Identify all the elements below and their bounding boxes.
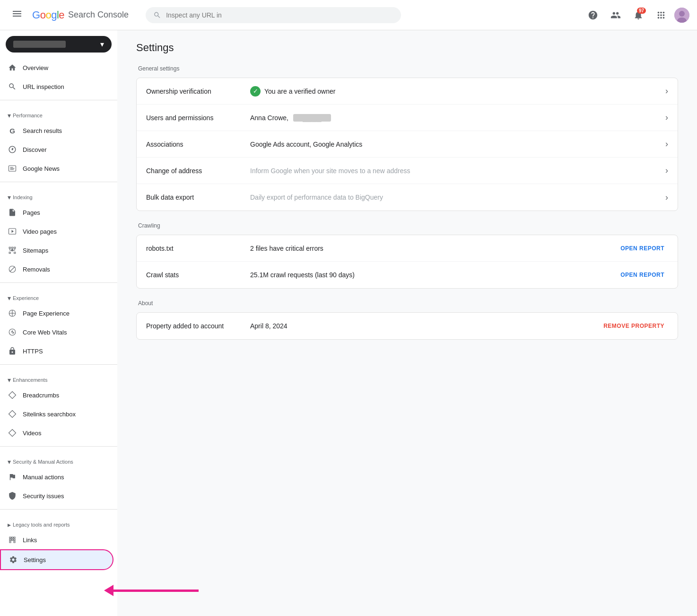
search-input[interactable]	[166, 11, 393, 19]
sidebar-item-search-results[interactable]: G Search results	[0, 121, 113, 140]
verified-checkmark-icon: ✓	[250, 86, 261, 97]
chevron-experience: ▾	[8, 294, 11, 302]
pages-icon	[8, 208, 17, 217]
sidebar-item-security-issues[interactable]: Security issues	[0, 486, 113, 505]
section-indexing[interactable]: ▾ Indexing	[0, 186, 117, 203]
sidebar-item-core-web-vitals[interactable]: Core Web Vitals	[0, 323, 113, 342]
sidebar-item-videos-enhancements[interactable]: Videos	[0, 423, 113, 442]
crawl-stats-text: 25.1M crawl requests (last 90 days)	[250, 271, 355, 279]
notifications-button[interactable]: 97	[629, 6, 648, 25]
sidebar-item-settings-label: Settings	[24, 556, 46, 563]
svg-marker-20	[9, 411, 16, 418]
crawling-settings-card: robots.txt 2 files have critical errors …	[136, 235, 678, 289]
svg-marker-9	[12, 230, 14, 233]
property-selector[interactable]: ████████████ ▾	[6, 36, 112, 53]
crawl-stats-title: Crawl stats	[146, 271, 250, 279]
svg-marker-21	[9, 430, 16, 437]
row-bulk-data-export[interactable]: Bulk data export Daily export of perform…	[137, 184, 678, 211]
row-crawl-stats[interactable]: Crawl stats 25.1M crawl requests (last 9…	[137, 262, 678, 288]
sidebar-item-discover[interactable]: Discover	[0, 140, 113, 159]
row-ownership-verification[interactable]: Ownership verification ✓ You are a verif…	[137, 78, 678, 105]
section-label-general: General settings	[136, 65, 678, 72]
row-robots-txt[interactable]: robots.txt 2 files have critical errors …	[137, 235, 678, 262]
layout: ████████████ ▾ Overview URL inspection ▾…	[0, 30, 697, 616]
notification-count: 97	[637, 8, 646, 14]
svg-point-3	[12, 149, 13, 150]
google-logo[interactable]: Google Search Console	[32, 9, 129, 21]
breadcrumbs-icon	[8, 390, 17, 400]
discover-icon	[8, 145, 17, 154]
security-issues-icon	[8, 491, 17, 501]
section-legacy[interactable]: ▸ Legacy tools and reports	[0, 513, 117, 530]
sidebar-item-page-experience[interactable]: Page Experience	[0, 304, 113, 323]
sidebar-item-google-news[interactable]: Google News	[0, 159, 113, 178]
bulk-data-export-chevron-icon: ›	[665, 193, 668, 202]
sidebar-item-breadcrumbs[interactable]: Breadcrumbs	[0, 386, 113, 405]
apps-button[interactable]	[652, 6, 671, 25]
page-title: Settings	[136, 42, 678, 54]
section-security[interactable]: ▾ Security & Manual Actions	[0, 450, 117, 467]
svg-point-1	[679, 11, 685, 17]
links-icon	[8, 535, 17, 545]
hamburger-menu[interactable]	[8, 4, 26, 26]
section-experience[interactable]: ▾ Experience	[0, 287, 117, 304]
sidebar-item-sitemaps[interactable]: Sitemaps	[0, 241, 113, 260]
https-icon	[8, 346, 17, 356]
videos-enhancements-icon	[8, 428, 17, 438]
row-change-of-address[interactable]: Change of address Inform Google when you…	[137, 158, 678, 184]
section-enhancements[interactable]: ▾ Enhancements	[0, 369, 117, 386]
avatar[interactable]	[674, 8, 689, 23]
ownership-chevron-icon: ›	[665, 86, 668, 96]
sidebar-item-video-pages[interactable]: Video pages	[0, 222, 113, 241]
users-title: Users and permissions	[146, 114, 250, 122]
pink-arrow-annotation	[117, 585, 199, 596]
property-added-title: Property added to account	[146, 322, 250, 330]
chevron-security: ▾	[8, 458, 11, 466]
section-performance-label: Performance	[13, 113, 43, 118]
sidebar-item-settings[interactable]: Settings	[0, 549, 113, 570]
remove-property-action[interactable]: REMOVE PROPERTY	[603, 323, 668, 329]
topbar: Google Search Console 97	[0, 0, 697, 30]
sidebar-item-url-inspection[interactable]: URL inspection	[0, 77, 113, 96]
sidebar-item-sitelinks-searchbox[interactable]: Sitelinks searchbox	[0, 405, 113, 423]
sidebar-item-https[interactable]: HTTPS	[0, 342, 113, 361]
search-nav-icon	[8, 82, 17, 91]
change-of-address-text: Inform Google when your site moves to a …	[250, 167, 410, 175]
sidebar-item-overview[interactable]: Overview	[0, 58, 113, 77]
sidebar-item-pages[interactable]: Pages	[0, 203, 113, 222]
robots-txt-action[interactable]: OPEN REPORT	[620, 245, 668, 252]
property-name: ████████████	[13, 41, 66, 48]
ownership-text: You are a verified owner	[264, 88, 335, 95]
change-of-address-value: Inform Google when your site moves to a …	[250, 167, 665, 175]
manual-actions-icon	[8, 472, 17, 482]
help-button[interactable]	[584, 6, 602, 25]
chevron-indexing: ▾	[8, 194, 11, 201]
nav-divider-6	[0, 509, 117, 510]
sidebar-item-links[interactable]: Links	[0, 530, 113, 549]
nav-divider-5	[0, 446, 117, 447]
users-value: Anna Crowe, ████	[250, 114, 665, 122]
sidebar-item-manual-actions[interactable]: Manual actions	[0, 467, 113, 486]
sidebar-item-removals[interactable]: Removals	[0, 260, 113, 279]
robots-txt-text: 2 files have critical errors	[250, 245, 323, 252]
account-circle-button[interactable]	[606, 6, 625, 25]
sidebar-item-sitelinks-searchbox-label: Sitelinks searchbox	[23, 411, 76, 418]
url-inspection-bar[interactable]	[146, 7, 401, 23]
svg-point-18	[9, 329, 16, 335]
sidebar: ████████████ ▾ Overview URL inspection ▾…	[0, 30, 117, 616]
section-experience-label: Experience	[13, 295, 39, 301]
property-added-text: April 8, 2024	[250, 322, 288, 330]
about-settings-card: Property added to account April 8, 2024 …	[136, 312, 678, 340]
arrow-line	[117, 590, 199, 592]
crawl-stats-action[interactable]: OPEN REPORT	[620, 272, 668, 278]
section-performance[interactable]: ▾ Performance	[0, 104, 117, 121]
sidebar-item-discover-label: Discover	[23, 146, 47, 153]
row-users-permissions[interactable]: Users and permissions Anna Crowe, ████ ›	[137, 105, 678, 131]
sidebar-item-google-news-label: Google News	[23, 165, 60, 172]
row-associations[interactable]: Associations Google Ads account, Google …	[137, 131, 678, 158]
row-property-added[interactable]: Property added to account April 8, 2024 …	[137, 313, 678, 339]
bulk-data-export-value: Daily export of performance data to BigQ…	[250, 194, 665, 201]
change-of-address-title: Change of address	[146, 167, 250, 175]
sidebar-item-overview-label: Overview	[23, 64, 48, 71]
sidebar-item-https-label: HTTPS	[23, 348, 43, 355]
